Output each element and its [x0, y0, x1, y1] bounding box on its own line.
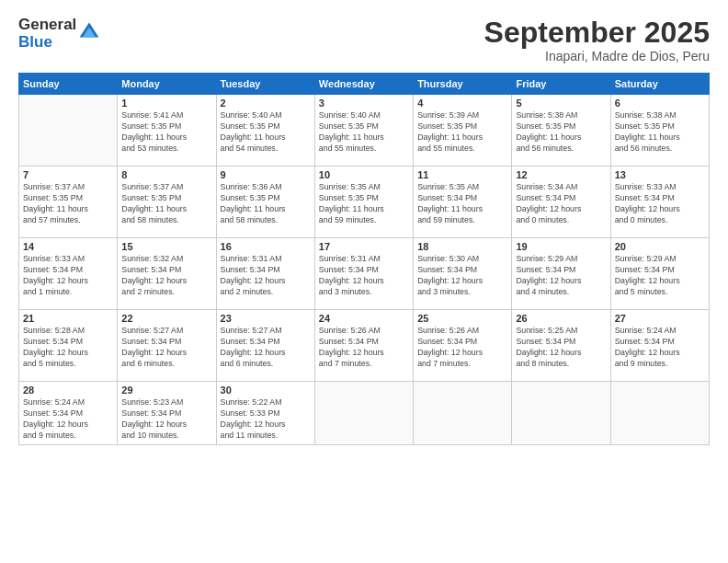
calendar-cell: 4Sunrise: 5:39 AM Sunset: 5:35 PM Daylig… [414, 95, 512, 167]
weekday-wednesday: Wednesday [314, 74, 413, 95]
day-number: 26 [516, 313, 606, 324]
calendar-cell: 24Sunrise: 5:26 AM Sunset: 5:34 PM Dayli… [314, 310, 413, 382]
calendar-cell: 7Sunrise: 5:37 AM Sunset: 5:35 PM Daylig… [19, 167, 118, 238]
logo: General Blue [18, 17, 100, 51]
calendar-cell: 15Sunrise: 5:32 AM Sunset: 5:34 PM Dayli… [118, 238, 216, 310]
calendar-cell: 10Sunrise: 5:35 AM Sunset: 5:35 PM Dayli… [314, 167, 413, 238]
calendar-cell: 17Sunrise: 5:31 AM Sunset: 5:34 PM Dayli… [314, 238, 413, 310]
day-info: Sunrise: 5:32 AM Sunset: 5:34 PM Dayligh… [121, 254, 211, 298]
day-info: Sunrise: 5:24 AM Sunset: 5:34 PM Dayligh… [615, 326, 705, 370]
day-info: Sunrise: 5:38 AM Sunset: 5:35 PM Dayligh… [615, 110, 705, 155]
weekday-sunday: Sunday [19, 74, 118, 95]
day-number: 22 [121, 313, 211, 324]
day-info: Sunrise: 5:29 AM Sunset: 5:34 PM Dayligh… [516, 254, 606, 298]
day-info: Sunrise: 5:31 AM Sunset: 5:34 PM Dayligh… [221, 254, 311, 298]
weekday-tuesday: Tuesday [216, 74, 314, 95]
day-number: 19 [516, 241, 606, 252]
calendar-cell [314, 382, 413, 445]
day-number: 2 [221, 98, 311, 109]
logo-blue-text: Blue [18, 34, 76, 52]
logo-general-text: General [18, 17, 76, 34]
day-info: Sunrise: 5:33 AM Sunset: 5:34 PM Dayligh… [615, 182, 705, 226]
day-info: Sunrise: 5:40 AM Sunset: 5:35 PM Dayligh… [319, 110, 409, 155]
calendar-cell: 18Sunrise: 5:30 AM Sunset: 5:34 PM Dayli… [414, 238, 512, 310]
day-number: 5 [516, 98, 606, 109]
day-number: 10 [319, 169, 409, 180]
day-number: 21 [23, 313, 113, 324]
day-info: Sunrise: 5:30 AM Sunset: 5:34 PM Dayligh… [417, 254, 507, 298]
day-number: 8 [121, 169, 211, 180]
day-number: 30 [221, 385, 311, 396]
week-row-4: 21Sunrise: 5:28 AM Sunset: 5:34 PM Dayli… [19, 310, 710, 382]
day-info: Sunrise: 5:26 AM Sunset: 5:34 PM Dayligh… [319, 326, 409, 370]
calendar-page: General Blue September 2025 Inapari, Mad… [0, 0, 728, 563]
calendar-cell: 26Sunrise: 5:25 AM Sunset: 5:34 PM Dayli… [512, 310, 610, 382]
calendar-cell: 23Sunrise: 5:27 AM Sunset: 5:34 PM Dayli… [216, 310, 314, 382]
day-info: Sunrise: 5:22 AM Sunset: 5:33 PM Dayligh… [221, 397, 311, 442]
day-info: Sunrise: 5:34 AM Sunset: 5:34 PM Dayligh… [516, 182, 606, 226]
calendar-cell [610, 382, 709, 445]
calendar-cell [19, 95, 118, 167]
calendar-cell [414, 382, 512, 445]
day-number: 17 [319, 241, 409, 252]
day-info: Sunrise: 5:37 AM Sunset: 5:35 PM Dayligh… [121, 182, 211, 226]
day-number: 6 [615, 98, 705, 109]
week-row-3: 14Sunrise: 5:33 AM Sunset: 5:34 PM Dayli… [19, 238, 710, 310]
day-info: Sunrise: 5:41 AM Sunset: 5:35 PM Dayligh… [121, 110, 211, 155]
calendar-cell: 6Sunrise: 5:38 AM Sunset: 5:35 PM Daylig… [610, 95, 709, 167]
calendar-table: SundayMondayTuesdayWednesdayThursdayFrid… [18, 73, 710, 445]
day-number: 27 [615, 313, 705, 324]
day-info: Sunrise: 5:25 AM Sunset: 5:34 PM Dayligh… [516, 326, 606, 370]
day-number: 11 [417, 169, 507, 180]
day-info: Sunrise: 5:39 AM Sunset: 5:35 PM Dayligh… [417, 110, 507, 155]
calendar-cell: 20Sunrise: 5:29 AM Sunset: 5:34 PM Dayli… [610, 238, 709, 310]
calendar-cell: 2Sunrise: 5:40 AM Sunset: 5:35 PM Daylig… [216, 95, 314, 167]
day-info: Sunrise: 5:28 AM Sunset: 5:34 PM Dayligh… [23, 326, 113, 370]
day-info: Sunrise: 5:29 AM Sunset: 5:34 PM Dayligh… [615, 254, 705, 298]
calendar-cell: 14Sunrise: 5:33 AM Sunset: 5:34 PM Dayli… [19, 238, 118, 310]
calendar-cell: 3Sunrise: 5:40 AM Sunset: 5:35 PM Daylig… [314, 95, 413, 167]
day-info: Sunrise: 5:33 AM Sunset: 5:34 PM Dayligh… [23, 254, 113, 298]
weekday-thursday: Thursday [414, 74, 512, 95]
day-info: Sunrise: 5:35 AM Sunset: 5:35 PM Dayligh… [319, 182, 409, 226]
calendar-cell: 9Sunrise: 5:36 AM Sunset: 5:35 PM Daylig… [216, 167, 314, 238]
day-info: Sunrise: 5:35 AM Sunset: 5:34 PM Dayligh… [417, 182, 507, 226]
day-number: 7 [23, 169, 113, 180]
day-info: Sunrise: 5:23 AM Sunset: 5:34 PM Dayligh… [121, 397, 211, 442]
calendar-cell: 22Sunrise: 5:27 AM Sunset: 5:34 PM Dayli… [118, 310, 216, 382]
day-info: Sunrise: 5:40 AM Sunset: 5:35 PM Dayligh… [221, 110, 311, 155]
day-info: Sunrise: 5:37 AM Sunset: 5:35 PM Dayligh… [23, 182, 113, 226]
day-number: 16 [221, 241, 311, 252]
calendar-cell: 27Sunrise: 5:24 AM Sunset: 5:34 PM Dayli… [610, 310, 709, 382]
calendar-header: SundayMondayTuesdayWednesdayThursdayFrid… [19, 74, 710, 95]
day-number: 29 [121, 385, 211, 396]
day-number: 20 [615, 241, 705, 252]
header: General Blue September 2025 Inapari, Mad… [18, 17, 710, 63]
day-info: Sunrise: 5:24 AM Sunset: 5:34 PM Dayligh… [23, 397, 113, 442]
calendar-cell: 12Sunrise: 5:34 AM Sunset: 5:34 PM Dayli… [512, 167, 610, 238]
day-number: 24 [319, 313, 409, 324]
day-info: Sunrise: 5:26 AM Sunset: 5:34 PM Dayligh… [417, 326, 507, 370]
calendar-cell: 19Sunrise: 5:29 AM Sunset: 5:34 PM Dayli… [512, 238, 610, 310]
day-number: 12 [516, 169, 606, 180]
week-row-2: 7Sunrise: 5:37 AM Sunset: 5:35 PM Daylig… [19, 167, 710, 238]
day-number: 28 [23, 385, 113, 396]
day-number: 14 [23, 241, 113, 252]
day-number: 25 [417, 313, 507, 324]
day-number: 4 [417, 98, 507, 109]
day-number: 3 [319, 98, 409, 109]
day-number: 13 [615, 169, 705, 180]
title-block: September 2025 Inapari, Madre de Dios, P… [484, 17, 710, 63]
calendar-cell [512, 382, 610, 445]
calendar-body: 1Sunrise: 5:41 AM Sunset: 5:35 PM Daylig… [19, 95, 710, 445]
day-info: Sunrise: 5:27 AM Sunset: 5:34 PM Dayligh… [221, 326, 311, 370]
weekday-monday: Monday [118, 74, 216, 95]
day-number: 23 [221, 313, 311, 324]
calendar-cell: 11Sunrise: 5:35 AM Sunset: 5:34 PM Dayli… [414, 167, 512, 238]
weekday-header-row: SundayMondayTuesdayWednesdayThursdayFrid… [19, 74, 710, 95]
calendar-cell: 28Sunrise: 5:24 AM Sunset: 5:34 PM Dayli… [19, 382, 118, 445]
logo-icon [78, 21, 100, 43]
calendar-cell: 5Sunrise: 5:38 AM Sunset: 5:35 PM Daylig… [512, 95, 610, 167]
calendar-cell: 8Sunrise: 5:37 AM Sunset: 5:35 PM Daylig… [118, 167, 216, 238]
day-info: Sunrise: 5:31 AM Sunset: 5:34 PM Dayligh… [319, 254, 409, 298]
